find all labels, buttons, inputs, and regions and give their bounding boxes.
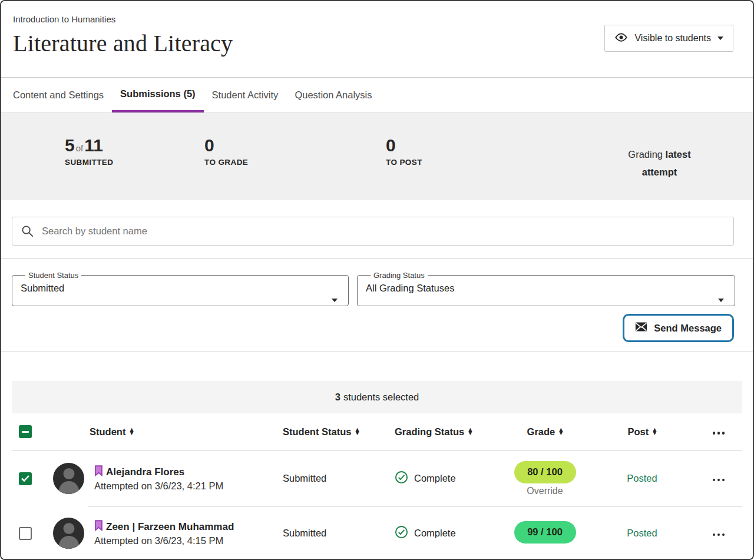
column-header-grading-status[interactable]: Grading Status ▲▼	[395, 426, 501, 438]
visibility-dropdown-button[interactable]: Visible to students	[604, 25, 733, 52]
stat-to-grade: 0 TO GRADE	[204, 135, 248, 167]
grade-cell: 99 / 100	[514, 521, 576, 546]
indeterminate-minus-icon	[22, 431, 29, 433]
grading-status-cell: Complete	[395, 470, 501, 486]
sort-icon: ▲▼	[355, 428, 359, 436]
column-header-grade[interactable]: Grade ▲▼	[527, 426, 563, 438]
tab-bar: Content and Settings Submissions (5) Stu…	[1, 78, 753, 113]
envelope-icon	[635, 322, 647, 334]
student-status-select[interactable]: Student Status Submitted	[12, 271, 349, 306]
to-post-count: 0	[386, 135, 422, 155]
sort-icon: ▲▼	[468, 428, 472, 436]
selection-summary: 3 students selected	[12, 381, 742, 413]
tab-content-and-settings[interactable]: Content and Settings	[5, 78, 112, 112]
select-all-checkbox[interactable]	[19, 425, 32, 438]
tab-question-analysis[interactable]: Question Analysis	[286, 78, 380, 112]
sort-icon: ▲▼	[130, 428, 133, 436]
attempt-info: Attempted on 3/6/23, 4:15 PM	[94, 535, 234, 546]
tab-student-activity[interactable]: Student Activity	[204, 78, 287, 112]
chevron-down-icon	[718, 299, 724, 302]
chevron-down-icon	[717, 37, 723, 40]
flag-icon	[94, 520, 103, 534]
stat-submitted: 5of11 SUBMITTED	[65, 135, 113, 167]
table-row: Alejandra Flores Attempted on 3/6/23, 4:…	[12, 450, 742, 506]
student-cell: Zeen | Farzeen Muhammad Attempted on 3/6…	[53, 518, 283, 549]
column-header-post[interactable]: Post ▲▼	[628, 426, 657, 438]
grading-mode-note: Grading latest attempt	[617, 145, 702, 181]
submitted-total: 11	[84, 135, 103, 155]
grading-prefix: Grading	[628, 149, 663, 160]
grade-cell: 80 / 100 Override	[514, 461, 576, 496]
sort-icon: ▲▼	[559, 428, 563, 436]
search-icon	[21, 224, 34, 240]
grading-status-cell: Complete	[395, 525, 501, 541]
filters-section: Student Status Submitted Grading Status …	[1, 259, 753, 352]
search-section	[1, 200, 753, 259]
grade-pill[interactable]: 80 / 100	[514, 461, 576, 483]
send-message-button[interactable]: Send Message	[623, 314, 734, 342]
student-status-label: Student Status	[25, 271, 81, 280]
student-cell: Alejandra Flores Attempted on 3/6/23, 4:…	[53, 463, 283, 494]
column-header-student[interactable]: Student ▲▼	[53, 426, 283, 438]
submitted-of: of	[75, 143, 85, 153]
submitted-label: SUBMITTED	[65, 158, 113, 167]
page-title: Literature and Literacy	[13, 29, 233, 57]
student-status-value: Submitted	[21, 283, 340, 294]
table-options-icon[interactable]	[712, 428, 726, 438]
grading-status-select[interactable]: Grading Status All Grading Statuses	[357, 271, 735, 306]
to-grade-label: TO GRADE	[204, 158, 248, 167]
check-circle-icon	[395, 525, 408, 541]
student-status-cell: Submitted	[283, 473, 395, 484]
grading-status-label: Grading Status	[371, 271, 428, 280]
app-window: Introduction to Humanities Literature an…	[0, 0, 754, 560]
student-name[interactable]: Alejandra Flores	[106, 466, 184, 478]
to-grade-count: 0	[204, 135, 248, 155]
chevron-down-icon	[332, 299, 338, 302]
to-post-label: TO POST	[386, 158, 422, 167]
grading-status-value: All Grading Statuses	[366, 283, 726, 294]
row-checkbox[interactable]	[19, 527, 32, 540]
avatar	[53, 518, 84, 549]
stat-to-post: 0 TO POST	[386, 135, 422, 167]
submitted-count: 5	[65, 135, 75, 155]
selected-text: students selected	[343, 392, 419, 403]
selected-count: 3	[335, 392, 340, 403]
search-input[interactable]	[12, 217, 734, 246]
eye-icon	[614, 31, 628, 47]
tab-submissions[interactable]: Submissions (5)	[112, 78, 203, 112]
row-checkbox[interactable]	[19, 472, 32, 485]
attempt-info: Attempted on 3/6/23, 4:21 PM	[94, 481, 223, 492]
page-header: Introduction to Humanities Literature an…	[1, 1, 753, 78]
post-status[interactable]: Posted	[627, 528, 657, 539]
grade-override-note: Override	[527, 486, 563, 496]
stats-bar: 5of11 SUBMITTED 0 TO GRADE 0 TO POST Gra…	[1, 113, 753, 200]
grade-pill[interactable]: 99 / 100	[514, 521, 576, 544]
send-message-label: Send Message	[654, 323, 722, 334]
student-status-cell: Submitted	[283, 528, 395, 539]
check-circle-icon	[395, 470, 408, 486]
column-header-student-status[interactable]: Student Status ▲▼	[283, 426, 395, 438]
sort-icon: ▲▼	[653, 428, 656, 436]
flag-icon	[94, 465, 103, 479]
submissions-table: 3 students selected Student ▲▼ Student S…	[1, 352, 753, 559]
breadcrumb: Introduction to Humanities	[13, 14, 115, 24]
post-status[interactable]: Posted	[627, 473, 657, 484]
avatar	[53, 463, 84, 494]
table-row: Zeen | Farzeen Muhammad Attempted on 3/6…	[12, 507, 742, 559]
table-header-row: Student ▲▼ Student Status ▲▼ Grading Sta…	[12, 413, 742, 450]
student-name[interactable]: Zeen | Farzeen Muhammad	[106, 521, 234, 533]
row-options-icon[interactable]	[712, 475, 726, 485]
visibility-label: Visible to students	[634, 33, 711, 44]
row-options-icon[interactable]	[712, 530, 726, 540]
